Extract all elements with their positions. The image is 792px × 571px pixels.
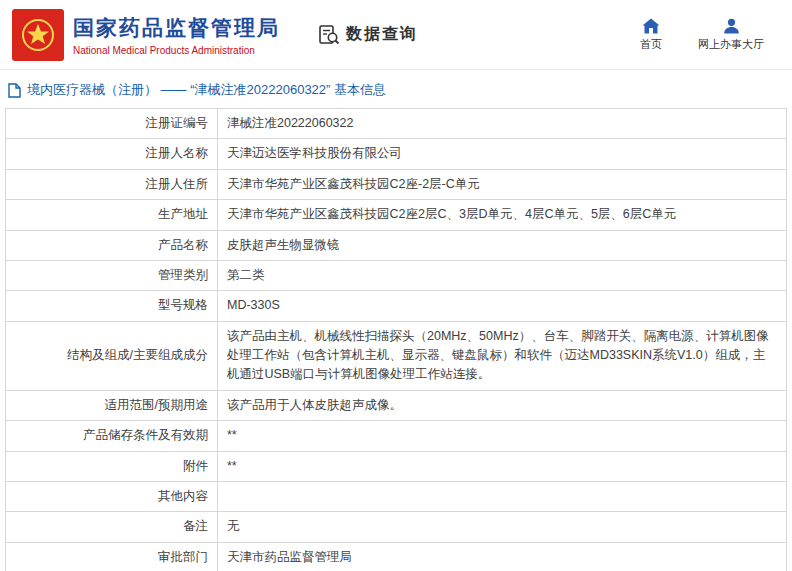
row-label-text: 注册人名称 [146, 146, 209, 160]
row-label-text: 注册人住所 [146, 177, 209, 191]
data-query-section[interactable]: 数据查询 [318, 24, 418, 46]
table-row: 型号规格MD-330S [6, 291, 787, 321]
nav-home[interactable]: 首页 [640, 18, 662, 52]
table-row: 备注无 [6, 512, 787, 542]
row-label-text: 产品名称 [158, 238, 208, 252]
row-label: 产品名称 [6, 230, 218, 260]
row-value: 天津市药品监督管理局 [218, 542, 787, 571]
document-icon [8, 83, 21, 98]
row-label-text: 管理类别 [158, 268, 208, 282]
row-value: 天津市华苑产业区鑫茂科技园C2座-2层-C单元 [218, 169, 787, 199]
row-label-text: 备注 [183, 519, 208, 533]
row-value: 该产品由主机、机械线性扫描探头（20MHz、50MHz）、台车、脚踏开关、隔离电… [218, 321, 787, 390]
table-row: 附件** [6, 451, 787, 481]
row-label: 其他内容 [6, 481, 218, 511]
breadcrumb: 境内医疗器械（注册） —— “津械注准20222060322” 基本信息 [0, 70, 792, 108]
row-label-text: 型号规格 [158, 298, 208, 312]
table-row: 注册证编号津械注准20222060322 [6, 109, 787, 139]
row-label-text: 适用范围/预期用途 [105, 398, 208, 412]
row-value: 皮肤超声生物显微镜 [218, 230, 787, 260]
site-title-block: 国家药品监督管理局 National Medical Products Admi… [73, 14, 280, 56]
row-value: 津械注准20222060322 [218, 109, 787, 139]
row-value: ** [218, 421, 787, 451]
home-icon [642, 18, 660, 34]
site-title-en: National Medical Products Administration [73, 45, 280, 56]
row-label: 注册人住所 [6, 169, 218, 199]
data-query-label: 数据查询 [346, 24, 418, 45]
row-label-text: 审批部门 [158, 550, 208, 564]
data-query-icon [318, 24, 340, 46]
info-table-body: 注册证编号津械注准20222060322注册人名称天津迈达医学科技股份有限公司注… [6, 109, 787, 571]
row-label: 结构及组成/主要组成成分 [6, 321, 218, 390]
row-label: 型号规格 [6, 291, 218, 321]
row-value: 第二类 [218, 260, 787, 290]
table-row: 结构及组成/主要组成成分该产品由主机、机械线性扫描探头（20MHz、50MHz）… [6, 321, 787, 390]
nav-online-hall-label: 网上办事大厅 [698, 37, 764, 52]
row-label-text: 生产地址 [158, 207, 208, 221]
site-title-cn: 国家药品监督管理局 [73, 14, 280, 42]
row-label-text: 附件 [183, 459, 208, 473]
row-value: 天津迈达医学科技股份有限公司 [218, 139, 787, 169]
site-header: 国家药品监督管理局 National Medical Products Admi… [0, 0, 792, 70]
national-emblem-logo [12, 9, 64, 61]
emblem-star-icon [20, 17, 56, 53]
table-row: 其他内容 [6, 481, 787, 511]
row-label: 产品储存条件及有效期 [6, 421, 218, 451]
row-value: 天津市华苑产业区鑫茂科技园C2座2层C、3层D单元、4层C单元、5层、6层C单元 [218, 200, 787, 230]
info-table: 注册证编号津械注准20222060322注册人名称天津迈达医学科技股份有限公司注… [5, 108, 787, 571]
nav-online-hall[interactable]: 网上办事大厅 [698, 18, 764, 52]
table-row: 注册人住所天津市华苑产业区鑫茂科技园C2座-2层-C单元 [6, 169, 787, 199]
row-value: MD-330S [218, 291, 787, 321]
row-label-text: 注册证编号 [146, 116, 209, 130]
nav-home-label: 首页 [640, 37, 662, 52]
row-label: 审批部门 [6, 542, 218, 571]
row-value: 无 [218, 512, 787, 542]
row-label: 适用范围/预期用途 [6, 390, 218, 420]
person-icon [723, 18, 740, 34]
row-label: 管理类别 [6, 260, 218, 290]
row-label-text: 结构及组成/主要组成成分 [67, 348, 208, 362]
table-row: 生产地址天津市华苑产业区鑫茂科技园C2座2层C、3层D单元、4层C单元、5层、6… [6, 200, 787, 230]
table-row: 产品储存条件及有效期** [6, 421, 787, 451]
row-label: 注册人名称 [6, 139, 218, 169]
row-label: 附件 [6, 451, 218, 481]
row-value: ** [218, 451, 787, 481]
row-value: 该产品用于人体皮肤超声成像。 [218, 390, 787, 420]
table-row: 产品名称皮肤超声生物显微镜 [6, 230, 787, 260]
row-label: 备注 [6, 512, 218, 542]
table-row: 注册人名称天津迈达医学科技股份有限公司 [6, 139, 787, 169]
row-value [218, 481, 787, 511]
row-label: 注册证编号 [6, 109, 218, 139]
row-label-text: 产品储存条件及有效期 [83, 428, 208, 442]
table-row: 审批部门天津市药品监督管理局 [6, 542, 787, 571]
breadcrumb-text: 境内医疗器械（注册） —— “津械注准20222060322” 基本信息 [27, 81, 386, 99]
top-nav: 首页 网上办事大厅 [640, 18, 780, 52]
row-label: 生产地址 [6, 200, 218, 230]
table-row: 管理类别第二类 [6, 260, 787, 290]
row-label-text: 其他内容 [158, 489, 208, 503]
table-row: 适用范围/预期用途该产品用于人体皮肤超声成像。 [6, 390, 787, 420]
